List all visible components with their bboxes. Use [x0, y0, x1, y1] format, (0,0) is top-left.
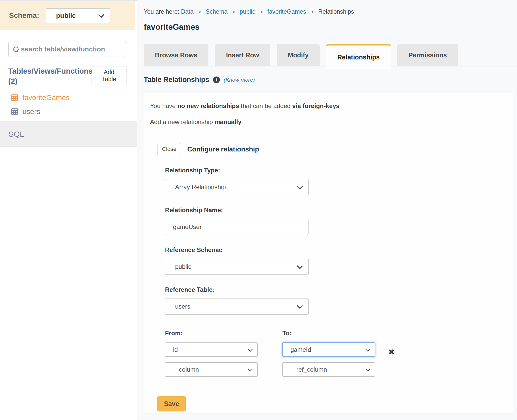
sidebar: Schema: public Tables/Views/Functions (2… [0, 0, 137, 420]
from-column-group: From: id -- column -- [165, 330, 258, 377]
table-list: favoriteGames users [11, 94, 137, 116]
breadcrumb-favoriteGames[interactable]: favoriteGames [267, 8, 306, 15]
reference-table-label: Reference Table: [165, 286, 486, 293]
tab-browse-rows[interactable]: Browse Rows [144, 44, 208, 66]
breadcrumb-current: Relationships [318, 8, 354, 15]
tables-heading: Tables/Views/Functions (2) [8, 66, 92, 86]
tab-permissions[interactable]: Permissions [397, 44, 458, 66]
breadcrumb-separator: > [232, 9, 235, 15]
schema-bar: Schema: public [0, 1, 135, 30]
breadcrumb-separator: > [311, 9, 314, 15]
section-header: Table Relationships (Know more) [144, 76, 517, 84]
sidebar-item-favoriteGames[interactable]: favoriteGames [11, 94, 137, 102]
info-icon [213, 77, 220, 83]
relationships-panel: You have no new relationships that can b… [144, 93, 513, 414]
section-title: Table Relationships [144, 76, 209, 84]
tab-insert-row[interactable]: Insert Row [215, 44, 270, 66]
reference-schema-label: Reference Schema: [165, 246, 486, 254]
add-table-button[interactable]: Add Table [92, 66, 126, 85]
schema-select[interactable]: public [46, 8, 110, 23]
schema-select-value: public [56, 12, 76, 20]
breadcrumb-separator: > [198, 9, 201, 15]
page-title: favoriteGames [144, 22, 517, 32]
hasura-data-console: Schema: public Tables/Views/Functions (2… [0, 0, 517, 420]
schema-label: Schema: [9, 11, 39, 20]
table-name: favoriteGames [23, 94, 70, 102]
search-icon [13, 46, 19, 53]
relationship-name-label: Relationship Name: [165, 207, 486, 214]
to-column-select[interactable]: gameId [282, 342, 375, 357]
breadcrumb-public[interactable]: public [240, 8, 255, 15]
relationship-type-label: Relationship Type: [165, 167, 486, 174]
from-column-value: id [173, 346, 178, 353]
column-mapping: From: id -- column -- To: gameId [165, 330, 486, 377]
from-column-placeholder-select[interactable]: -- column -- [165, 362, 258, 377]
search-input[interactable] [21, 45, 122, 53]
relationship-type-select[interactable]: Array Relationship [165, 179, 309, 195]
table-name: users [23, 108, 40, 116]
table-icon [11, 108, 18, 115]
to-column-placeholder-select[interactable]: -- ref_column -- [282, 362, 375, 377]
relationship-type-value: Array Relationship [175, 184, 226, 191]
from-label: From: [165, 330, 258, 337]
relationship-name-input[interactable] [165, 219, 309, 235]
to-column-value: gameId [290, 346, 311, 353]
reference-schema-select[interactable]: public [165, 259, 309, 275]
configure-relationship-box: Close Configure relationship Relationshi… [150, 135, 486, 402]
to-label: To: [282, 330, 375, 337]
from-column-placeholder: -- column -- [173, 366, 205, 373]
close-button[interactable]: Close [157, 143, 181, 155]
tab-bar: Browse Rows Insert Row Modify Relationsh… [144, 44, 517, 66]
sql-label: SQL [9, 130, 24, 139]
save-button[interactable]: Save [157, 396, 186, 411]
main-content: You are here: Data > Schema > public > f… [137, 0, 517, 420]
add-manually-text: Add a new relationship manually [150, 118, 513, 126]
sidebar-item-users[interactable]: users [11, 108, 137, 116]
breadcrumb: You are here: Data > Schema > public > f… [144, 8, 517, 15]
table-icon [11, 94, 18, 101]
reference-table-select[interactable]: users [165, 299, 309, 315]
table-search[interactable] [8, 42, 126, 57]
breadcrumb-schema[interactable]: Schema [206, 8, 227, 15]
know-more-link[interactable]: (Know more) [224, 77, 255, 83]
to-column-group: To: gameId -- ref_column -- [282, 330, 375, 377]
breadcrumb-data[interactable]: Data [181, 8, 194, 15]
tab-modify[interactable]: Modify [277, 44, 320, 66]
configure-header: Close Configure relationship [157, 143, 486, 155]
tab-relationships[interactable]: Relationships [326, 44, 391, 69]
from-column-select[interactable]: id [165, 342, 258, 357]
configure-title: Configure relationship [187, 145, 259, 153]
tables-header-row: Tables/Views/Functions (2) Add Table [8, 66, 126, 86]
to-column-placeholder: -- ref_column -- [290, 366, 333, 373]
reference-table-value: users [175, 303, 190, 310]
no-new-relationships-text: You have no new relationships that can b… [150, 102, 513, 110]
remove-mapping-icon[interactable]: ✖ [388, 348, 395, 356]
reference-schema-value: public [175, 263, 191, 270]
breadcrumb-prefix: You are here: [144, 8, 179, 15]
sidebar-item-sql[interactable]: SQL [0, 121, 137, 147]
configure-form: Relationship Type: Array Relationship Re… [165, 167, 486, 377]
breadcrumb-separator: > [260, 9, 263, 15]
